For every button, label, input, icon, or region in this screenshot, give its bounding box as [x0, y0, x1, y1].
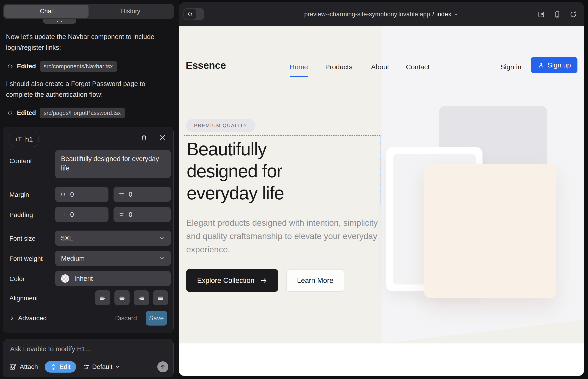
edited-label: Edited: [17, 110, 36, 117]
url-separator: /: [432, 11, 434, 18]
type-icon: тT: [15, 136, 22, 143]
preview-chrome: preview--charming-site-symphony.lovable.…: [179, 2, 584, 26]
learn-more-button[interactable]: Learn More: [286, 269, 344, 292]
margin-label: Margin: [9, 191, 29, 198]
decorative-card-beige: [424, 164, 556, 298]
font-size-select[interactable]: 5XL: [55, 231, 171, 246]
edited-label: Edited: [17, 63, 36, 70]
chevron-down-icon: [453, 12, 458, 17]
color-select[interactable]: Inherit: [55, 271, 171, 286]
user-icon: [538, 62, 544, 68]
align-left-button[interactable]: [95, 290, 110, 305]
hero-description: Elegant products designed with intention…: [186, 216, 379, 256]
chevron-down-icon: [159, 235, 165, 241]
close-panel-button[interactable]: [159, 134, 166, 141]
site-logo[interactable]: Essence: [186, 60, 226, 71]
chat-sidebar: Chat History Now let's update the Navbar…: [0, 0, 179, 379]
margin-x-icon: [60, 191, 66, 197]
edited-file-badge[interactable]: src/components/Navbar.tsx: [40, 61, 117, 72]
element-tag-label: h1: [25, 135, 33, 143]
chat-message: Now let's update the Navbar component to…: [6, 32, 171, 53]
alignment-group: [95, 290, 168, 305]
send-button[interactable]: [157, 361, 168, 372]
composer-input[interactable]: Ask Lovable to modify H1...: [10, 345, 91, 353]
target-icon: [50, 364, 57, 370]
margin-y-input[interactable]: 0: [113, 187, 171, 202]
content-label: Content: [9, 157, 32, 165]
editor-footer: Advanced Discard Save: [9, 311, 167, 326]
url-path: index: [436, 11, 451, 18]
chevron-down-icon: [159, 255, 165, 261]
selected-element-pill[interactable]: тT h1: [9, 132, 39, 147]
sign-up-button[interactable]: Sign up: [531, 57, 577, 73]
edited-file-row: Edited src/components/Navbar.tsx: [7, 60, 117, 73]
attach-image-icon: [9, 363, 16, 371]
margin-y-icon: [119, 191, 124, 197]
chrome-actions: [538, 2, 577, 26]
collapsed-scroll-badge[interactable]: [43, 19, 76, 24]
padding-x-input[interactable]: 0: [55, 207, 108, 222]
sliders-icon: [83, 364, 90, 370]
nav-link-contact[interactable]: Contact: [406, 63, 430, 71]
composer-toolbar: Attach Edit Default: [9, 361, 168, 373]
explore-collection-button[interactable]: Explore Collection: [186, 269, 278, 292]
content-input[interactable]: Beautifully designed for everyday life: [55, 150, 171, 178]
arrow-right-icon: [260, 277, 267, 284]
align-right-button[interactable]: [134, 290, 149, 305]
align-center-button[interactable]: [114, 290, 130, 305]
url-bar[interactable]: preview--charming-site-symphony.lovable.…: [179, 2, 584, 26]
chat-composer: Ask Lovable to modify H1... Attach Edit: [3, 339, 174, 377]
color-label: Color: [9, 275, 25, 283]
refresh-button[interactable]: [570, 11, 577, 18]
font-weight-select[interactable]: Medium: [55, 251, 171, 266]
edited-file-badge[interactable]: src/pages/ForgotPassword.tsx: [40, 108, 125, 118]
element-editor-panel: тT h1 Content Beautifully designed for e…: [3, 127, 174, 333]
margin-x-input[interactable]: 0: [55, 187, 108, 202]
padding-x-icon: [60, 211, 66, 218]
padding-label: Padding: [9, 211, 33, 219]
model-selector[interactable]: Default: [83, 363, 120, 371]
hero-heading[interactable]: Beautifully designed for everyday life: [187, 138, 284, 204]
url-text: preview--charming-site-symphony.lovable.…: [304, 11, 430, 18]
advanced-toggle[interactable]: Advanced: [9, 315, 47, 322]
align-justify-button[interactable]: [153, 290, 168, 305]
font-weight-label: Font weight: [9, 255, 43, 262]
chevron-down-icon: [115, 364, 120, 369]
attach-button[interactable]: Attach: [9, 363, 38, 371]
discard-button[interactable]: Discard: [115, 315, 137, 322]
font-size-label: Font size: [9, 235, 35, 242]
padding-y-icon: [119, 211, 124, 218]
color-swatch: [61, 274, 69, 283]
sign-in-link[interactable]: Sign in: [500, 63, 522, 71]
mobile-view-button[interactable]: [554, 11, 561, 18]
open-external-button[interactable]: [538, 11, 545, 18]
preview-window: preview--charming-site-symphony.lovable.…: [179, 2, 584, 376]
hero-section: Essence Home Products About Contact Sign…: [179, 26, 584, 344]
edit-mode-button[interactable]: Edit: [45, 361, 76, 373]
site-preview: Essence Home Products About Contact Sign…: [179, 26, 584, 376]
lovable-workspace: Chat History Now let's update the Navbar…: [0, 0, 588, 379]
chat-message: I should also create a Forgot Password p…: [6, 79, 171, 100]
save-button[interactable]: Save: [146, 311, 167, 326]
code-icon: [7, 63, 13, 69]
edited-file-row: Edited src/pages/ForgotPassword.tsx: [7, 107, 125, 119]
sidebar-tabbar: Chat History: [3, 4, 174, 19]
tab-history[interactable]: History: [89, 5, 173, 18]
premium-quality-badge: PREMIUM QUALITY: [186, 119, 255, 132]
nav-link-home[interactable]: Home: [290, 63, 308, 71]
nav-link-about[interactable]: About: [371, 63, 389, 71]
delete-element-button[interactable]: [140, 134, 148, 141]
chevron-right-icon: [9, 316, 15, 321]
nav-link-products[interactable]: Products: [325, 63, 352, 71]
code-icon: [7, 110, 13, 116]
padding-y-input[interactable]: 0: [113, 207, 171, 222]
alignment-label: Alignment: [9, 295, 38, 302]
tab-chat[interactable]: Chat: [4, 5, 89, 18]
